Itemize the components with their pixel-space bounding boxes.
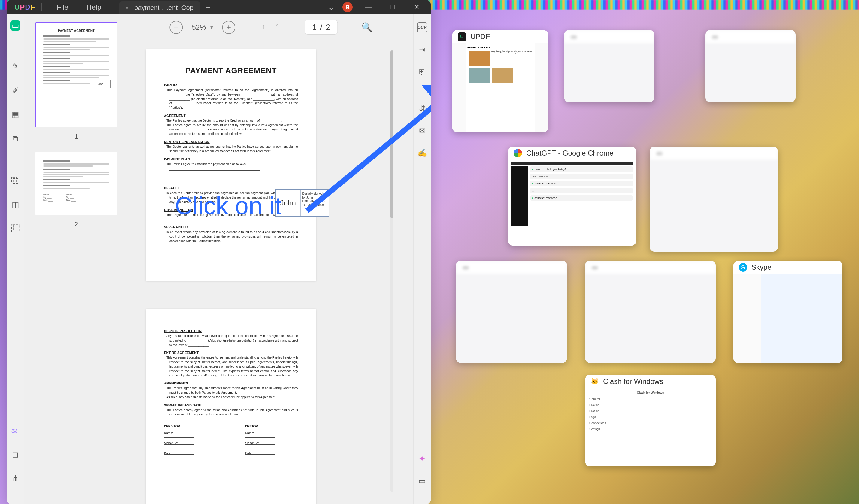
- thumbnail-1-number: 1: [75, 133, 78, 140]
- switcher-window-blurred-3[interactable]: ▭: [650, 147, 778, 252]
- digital-signature-stamp[interactable]: John Digitally signedby John Date:2023.1…: [275, 189, 330, 217]
- switcher-window-clash[interactable]: 🐱 Clash for Windows Clash for Windows Ge…: [585, 375, 716, 466]
- first-page-button[interactable]: ⤒: [261, 24, 267, 31]
- pdf-page-1[interactable]: PAYMENT AGREEMENT PARTIES This Payment A…: [146, 49, 316, 280]
- window-minimize[interactable]: —: [360, 3, 377, 11]
- prev-page-button[interactable]: ˄: [275, 24, 279, 31]
- ocr-tool-icon[interactable]: ▦: [10, 109, 20, 120]
- email-icon[interactable]: ✉: [417, 125, 427, 136]
- thumb1-signature: John: [90, 80, 110, 88]
- zoom-value[interactable]: 52% ▾: [192, 23, 213, 32]
- ocr-icon[interactable]: OCR: [417, 22, 427, 32]
- tabs-overflow-icon[interactable]: ⌄: [328, 3, 335, 12]
- zoom-out-button[interactable]: −: [169, 21, 183, 34]
- thumbnail-page-2[interactable]: Name ____Sig ____Date ____Name ____Sig _…: [35, 152, 117, 215]
- canvas-toolbar: − 52% ▾ + ⤒ ˄ 1 / 2 🔍: [169, 20, 372, 34]
- menu-file[interactable]: File: [48, 3, 77, 11]
- highlighter-icon[interactable]: ✎: [10, 61, 20, 72]
- bookmark-icon[interactable]: ◻: [10, 449, 20, 460]
- comment-tool-icon[interactable]: ✐: [10, 85, 20, 95]
- switcher-window-blurred-5[interactable]: ▭: [585, 261, 716, 363]
- switcher-window-blurred-2[interactable]: ▭: [705, 30, 796, 102]
- pdf-page-2[interactable]: DISPUTE RESOLUTION Any dispute or differ…: [146, 309, 316, 504]
- new-tab-button[interactable]: +: [200, 2, 216, 12]
- annotation-label: Click on it: [175, 192, 282, 220]
- signature-details: Digitally signedby John Date:2023.11.151…: [301, 190, 329, 216]
- protect-icon[interactable]: ⛨: [417, 67, 427, 77]
- switcher-window-chatgpt[interactable]: ChatGPT - Google Chrome How can I help y…: [508, 147, 636, 246]
- menu-help[interactable]: Help: [77, 3, 110, 11]
- updf-app-window: UPDF File Help ▾ payment-…ent_Cop + ⌄ B …: [6, 0, 431, 504]
- help-panel-icon[interactable]: ▭: [417, 476, 427, 486]
- doc-title: PAYMENT AGREEMENT: [164, 66, 298, 75]
- attachment-icon[interactable]: ⋔: [10, 473, 20, 484]
- crop-tool-icon[interactable]: ◫: [10, 199, 20, 210]
- reader-mode-icon[interactable]: ▭: [10, 20, 20, 31]
- layers-icon[interactable]: ≋: [11, 427, 20, 436]
- window-maximize[interactable]: ☐: [385, 3, 401, 11]
- compress-icon[interactable]: ⇵: [417, 103, 427, 113]
- zoom-in-button[interactable]: +: [222, 21, 235, 34]
- export-icon[interactable]: ⇥: [417, 44, 427, 55]
- switcher-skype-title: Skype: [752, 263, 772, 272]
- zoom-percent: 52%: [192, 23, 206, 32]
- switcher-window-blurred-1[interactable]: ▭: [564, 30, 654, 102]
- tab-dropdown-icon[interactable]: ▾: [126, 5, 128, 11]
- search-button[interactable]: 🔍: [361, 22, 373, 32]
- left-tool-rail: ▭ ✎ ✐ ▦ ⧉ ⿻ ◫ ⿺ ≋ ◻ ⋔: [6, 14, 24, 504]
- window-close[interactable]: ✕: [408, 3, 425, 11]
- ai-assistant-icon[interactable]: ✦: [417, 454, 427, 464]
- switcher-window-blurred-4[interactable]: ▭: [456, 261, 567, 363]
- right-tool-rail: OCR ⇥ ⛨ ⇵ ✉ ✍ ✦ ▭: [413, 14, 431, 504]
- sign-icon[interactable]: ✍: [417, 148, 427, 158]
- switcher-updf-title: UPDF: [470, 32, 490, 41]
- total-pages: 2: [326, 22, 330, 32]
- tab-title: payment-…ent_Cop: [134, 4, 193, 12]
- thumbnail-page-1[interactable]: PAYMENT AGREEMENT John: [35, 22, 117, 127]
- document-tab[interactable]: ▾ payment-…ent_Cop: [119, 1, 200, 14]
- switcher-clash-title: Clash for Windows: [603, 377, 663, 386]
- vertical-scrollbar[interactable]: [390, 50, 393, 492]
- document-canvas[interactable]: − 52% ▾ + ⤒ ˄ 1 / 2 🔍 PA: [129, 14, 413, 504]
- thumb1-title: PAYMENT AGREEMENT: [43, 29, 109, 33]
- user-avatar[interactable]: B: [342, 2, 352, 12]
- current-page: 1: [312, 22, 316, 32]
- app-logo: UPDF: [6, 3, 35, 11]
- title-bar: UPDF File Help ▾ payment-…ent_Cop + ⌄ B …: [6, 0, 431, 14]
- page-thumbnails-panel: PAYMENT AGREEMENT John 1 Name ____Sig __…: [24, 14, 129, 504]
- thumbnail-2-number: 2: [75, 220, 78, 228]
- copy-tool-icon[interactable]: ⿻: [10, 175, 20, 186]
- switcher-chat-title: ChatGPT - Google Chrome: [526, 149, 613, 157]
- page-indicator[interactable]: 1 / 2: [304, 20, 337, 34]
- switcher-window-updf[interactable]: U UPDF BENEFITS OF PETS Lorem ipsum dolo…: [452, 30, 548, 132]
- scanner-tool-icon[interactable]: ⧉: [10, 133, 20, 143]
- split-tool-icon[interactable]: ⿺: [10, 224, 20, 234]
- zoom-dropdown-icon[interactable]: ▾: [210, 24, 213, 31]
- switcher-window-skype[interactable]: S Skype: [734, 261, 843, 363]
